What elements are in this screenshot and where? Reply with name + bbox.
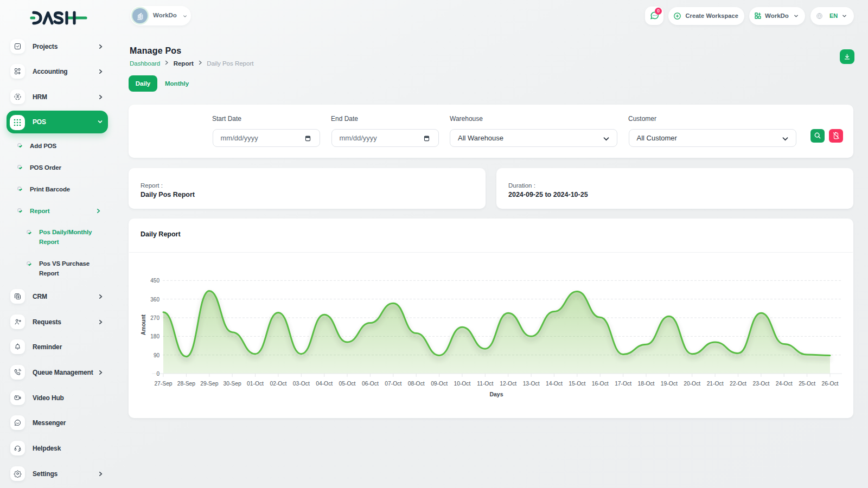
svg-text:0: 0 [156,371,159,377]
svg-text:14-Oct: 14-Oct [546,381,563,387]
svg-text:90: 90 [154,352,160,358]
svg-text:29-Sep: 29-Sep [200,381,218,387]
svg-text:07-Oct: 07-Oct [385,381,401,387]
svg-text:09-Oct: 09-Oct [431,381,448,387]
svg-text:360: 360 [150,297,159,303]
svg-text:10-Oct: 10-Oct [454,381,470,387]
svg-text:30-Sep: 30-Sep [223,381,241,387]
svg-text:22-Oct: 22-Oct [730,381,746,387]
svg-text:25-Oct: 25-Oct [799,381,815,387]
svg-text:Days: Days [489,391,503,397]
svg-text:24-Oct: 24-Oct [776,381,793,387]
svg-text:17-Oct: 17-Oct [615,381,631,387]
svg-text:450: 450 [150,278,159,284]
svg-text:19-Oct: 19-Oct [661,381,678,387]
svg-text:20-Oct: 20-Oct [684,381,700,387]
svg-text:08-Oct: 08-Oct [408,381,425,387]
svg-text:03-Oct: 03-Oct [293,381,310,387]
svg-text:21-Oct: 21-Oct [707,381,724,387]
svg-text:12-Oct: 12-Oct [500,381,516,387]
svg-text:06-Oct: 06-Oct [362,381,379,387]
svg-text:04-Oct: 04-Oct [316,381,333,387]
svg-text:01-Oct: 01-Oct [247,381,264,387]
svg-text:26-Oct: 26-Oct [822,381,839,387]
svg-text:16-Oct: 16-Oct [592,381,609,387]
svg-text:270: 270 [150,315,159,321]
svg-text:23-Oct: 23-Oct [752,381,769,387]
svg-text:15-Oct: 15-Oct [569,381,585,387]
svg-text:Amount: Amount [141,314,146,335]
svg-text:27-Sep: 27-Sep [154,381,172,387]
svg-text:05-Oct: 05-Oct [339,381,356,387]
svg-text:02-Oct: 02-Oct [270,381,286,387]
svg-text:28-Sep: 28-Sep [177,381,195,387]
svg-text:13-Oct: 13-Oct [523,381,540,387]
svg-text:18-Oct: 18-Oct [638,381,655,387]
svg-text:180: 180 [150,333,159,339]
svg-text:11-Oct: 11-Oct [477,381,493,387]
